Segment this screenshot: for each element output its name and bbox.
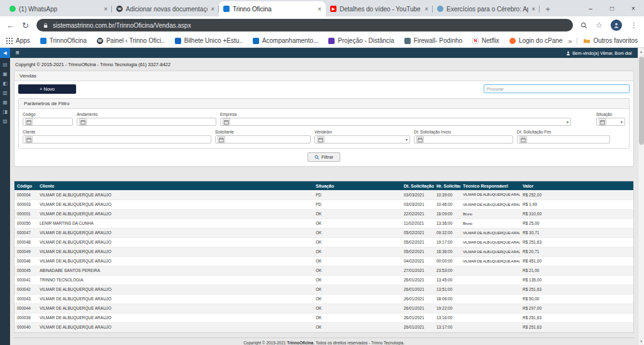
new-tab-button[interactable]: + — [540, 1, 556, 16]
table-row[interactable]: 000001VILMAR DE ALBUQUERQUE ARAUJOOK22/0… — [14, 209, 633, 218]
bookmark-item[interactable]: W Painel ‹ Trinno Ofici.. — [97, 37, 165, 44]
scroll-up-icon[interactable]: ▲ — [640, 48, 643, 55]
bookmark-item[interactable]: Login do cPanel — [509, 37, 563, 44]
refresh-icon[interactable]: ↻ — [22, 21, 29, 30]
browser-tab[interactable]: (1) WhatsApp × — [5, 1, 112, 16]
minimize-button[interactable]: – — [580, 0, 601, 16]
table-row[interactable]: 000048VILMAR DE ALBUQUERQUE ARAUJOOK05/0… — [14, 237, 633, 247]
table-row[interactable]: 000049VILMAR DE ALBUQUERQUE ARAUJOOK05/0… — [14, 247, 633, 256]
firewall-icon — [404, 38, 411, 44]
column-header-dt[interactable]: Dt. Solicitação — [401, 181, 434, 190]
table-row[interactable]: 000050LENIR MARTINS DA CUNHAOK11/02/2021… — [14, 218, 633, 228]
column-header-situacao[interactable]: Situação — [313, 181, 401, 190]
search-icon[interactable] — [580, 22, 587, 29]
cliente-input[interactable] — [23, 135, 211, 144]
cell-cliente: VILMAR DE ALBUQUERQUE ARAUJO — [37, 190, 313, 200]
tab-close-icon[interactable]: × — [318, 6, 321, 13]
table-row[interactable]: 000046VILMAR DE ALBUQUERQUE ARAUJOOK04/0… — [14, 256, 633, 266]
menu-dots-icon[interactable]: ⋮ — [630, 21, 638, 30]
andamento-input[interactable] — [77, 118, 216, 126]
table-row[interactable]: 000045ABINADABE SANTOS PEREIRAOK27/01/20… — [14, 266, 633, 275]
cell-valor: R$ 20,71 — [520, 247, 633, 256]
maximize-button[interactable]: □ — [601, 0, 623, 16]
bookmark-item[interactable]: Bilhete Único +Estu.. — [175, 37, 243, 44]
filtrar-button[interactable]: Filtrar — [308, 152, 340, 162]
cell-hr: 19:17:00 — [434, 237, 460, 247]
bookmark-item[interactable]: Firewall- Podinho — [404, 37, 462, 44]
tab-title: Adicionar novas documentaçõ — [126, 6, 208, 13]
user-greeting[interactable]: Bem-vindo(a) Vilmar, Bom dia! — [566, 51, 632, 55]
empresa-select[interactable]: ▾ — [220, 118, 571, 126]
clients-icon[interactable]: ▣ — [3, 72, 8, 77]
trinno-icon — [223, 6, 230, 12]
tab-close-icon[interactable]: × — [531, 6, 535, 13]
table-row[interactable]: 000040VILMAR DE ALBUQUERQUE ARAUJOOK26/0… — [14, 322, 633, 332]
bookmark-star-icon[interactable]: ☆ — [596, 21, 602, 30]
dtfim-date[interactable] — [517, 135, 610, 144]
column-header-hr[interactable]: Hr. Solicitação — [434, 181, 460, 190]
table-row[interactable]: 000047VILMAR DE ALBUQUERQUE ARAUJOOK05/0… — [14, 228, 633, 237]
bookmark-item[interactable]: Apps — [6, 37, 30, 44]
bookmark-item[interactable]: Acompanhamento... — [253, 37, 319, 44]
calendar-icon[interactable] — [599, 118, 606, 125]
tab-close-icon[interactable]: × — [104, 6, 108, 13]
table-row[interactable]: 000004VILMAR DE ALBUQUERQUE ARAUJOPD03/0… — [14, 190, 633, 200]
calendar-icon[interactable] — [25, 118, 33, 125]
calendar-icon[interactable] — [416, 136, 424, 143]
page-scrollbar[interactable]: ▲ ▼ — [638, 48, 644, 345]
settings-icon[interactable]: ◨ — [3, 110, 8, 115]
tab-close-icon[interactable]: × — [211, 6, 214, 13]
table-row[interactable]: 000043VILMAR DE ALBUQUERQUE ARAUJOOK26/0… — [14, 294, 633, 303]
column-header-tecnico[interactable]: Técnico Responsável — [460, 181, 520, 190]
table-row[interactable]: 000041TRINNO TECNOLOGIAOK26/01/202113:45… — [14, 275, 633, 285]
scrollbar-thumb[interactable] — [639, 57, 644, 145]
situacao-select[interactable]: ▾ — [596, 118, 625, 126]
scroll-down-icon[interactable]: ▼ — [640, 337, 643, 345]
browser-tab[interactable]: Exercícios para o Cérebro: Ap × — [433, 1, 540, 16]
bookmark-item[interactable]: Projeção - Distância — [328, 37, 394, 44]
calendar-icon[interactable] — [218, 136, 225, 143]
column-header-cliente[interactable]: Cliente — [37, 181, 313, 190]
bookmark-item[interactable]: N Netflix — [472, 37, 499, 44]
services-icon[interactable]: ▥ — [3, 91, 8, 96]
hamburger-menu-icon[interactable]: ≡ — [16, 50, 19, 56]
calendar-icon[interactable] — [519, 136, 527, 143]
table-row[interactable]: 000044VILMAR DE ALBUQUERQUE ARAUJOOK26/0… — [14, 303, 633, 313]
table-row[interactable]: 000039VILMAR DE ALBUQUERQUE ARAUJOOK26/0… — [14, 313, 633, 322]
browser-tab[interactable]: Trinno Oficina × — [219, 1, 326, 16]
cell-situacao: OK — [313, 322, 401, 332]
bookmark-item[interactable]: TrinnoOficina — [40, 37, 87, 44]
logout-icon[interactable]: ▧ — [3, 119, 8, 124]
browser-tab[interactable]: W Adicionar novas documentaçõ × — [112, 1, 219, 16]
search-input[interactable] — [484, 84, 630, 93]
cell-valor: R$ 21,00 — [520, 266, 633, 275]
browser-tab[interactable]: ▶ Detalhes do vídeo - YouTube S × — [326, 1, 433, 16]
novo-button[interactable]: + Novo — [18, 84, 76, 94]
close-window-button[interactable]: × — [623, 0, 644, 16]
reports-icon[interactable]: ▦ — [3, 100, 8, 105]
cell-dt: 26/01/2021 — [401, 294, 434, 303]
calendar-icon[interactable] — [25, 136, 33, 143]
filter-field: Dt. Solicitação Início — [414, 130, 513, 144]
solicitante-input[interactable] — [215, 135, 311, 144]
column-header-codigo[interactable]: Código — [14, 181, 37, 190]
calendar-icon[interactable] — [223, 118, 230, 125]
other-bookmarks-button[interactable]: Outros favoritos — [584, 37, 638, 44]
column-header-valor[interactable]: Valor — [520, 181, 633, 190]
table-row[interactable]: 000003VILMAR DE ALBUQUERQUE ARAUJOPD03/0… — [14, 200, 633, 209]
vendedor-select[interactable]: ▾ — [314, 135, 410, 144]
bookmarks-overflow-icon[interactable]: » — [568, 37, 572, 45]
cell-hr: 00:00:00 — [434, 256, 460, 266]
dashboard-icon[interactable]: ▤ — [3, 62, 8, 67]
sales-icon[interactable]: ◧ — [3, 81, 8, 86]
codigo-input[interactable] — [23, 118, 73, 126]
calendar-icon[interactable] — [317, 136, 325, 143]
table-row[interactable]: 000042VILMAR DE ALBUQUERQUE ARAUJOOK26/0… — [14, 285, 633, 294]
dtinicio-date[interactable] — [414, 135, 513, 144]
address-bar[interactable]: sistemastrinno.com.br/TrinnoOficina/Vend… — [36, 19, 573, 31]
profile-avatar[interactable] — [611, 20, 622, 31]
app-logo[interactable]: ◄ — [0, 48, 10, 58]
calendar-icon[interactable] — [79, 118, 87, 125]
tab-close-icon[interactable]: × — [425, 6, 428, 13]
back-icon[interactable]: ← — [6, 21, 14, 30]
